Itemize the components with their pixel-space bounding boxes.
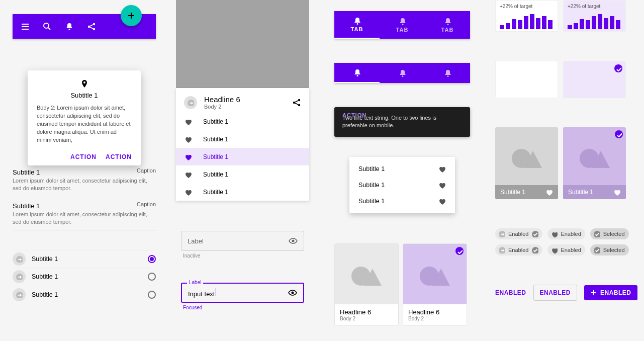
fab-add[interactable] [121,5,142,26]
bar-chart [568,12,621,29]
eye-icon[interactable] [288,288,297,297]
list-body: Lorem ipsum dolor sit amet, consectetur … [13,211,156,226]
tf-value: Input text [188,290,215,298]
check-icon [593,230,600,237]
eye-icon[interactable] [289,236,298,245]
heart-icon[interactable] [613,188,621,196]
heart-icon [184,118,192,126]
radio-button[interactable] [148,291,156,299]
outlined-button[interactable]: ENABLED [533,285,578,301]
heart-icon [184,135,192,143]
menu-label: Subtitle 1 [358,165,385,173]
share-icon[interactable] [292,98,301,107]
tab-bar-icons [334,63,470,83]
app-bar [13,14,156,39]
list-item-selected[interactable]: Subtitle 1 [176,148,309,165]
card-action-1[interactable]: ACTION [70,153,97,160]
list-label: Subtitle 1 [203,153,228,160]
card-body: Body 2 [340,316,393,321]
card-action-2[interactable]: ACTION [106,153,132,160]
stat-label: +22% of target [568,4,621,9]
bell-icon[interactable] [65,22,74,31]
radio-button[interactable] [148,273,156,281]
card-body: Body 2: Lorem ipsum dolor sit amet, cons… [37,104,132,144]
list-title: Subtitle 1 [13,202,156,210]
plus-icon [590,289,597,296]
snackbar: ACTION Two line text string. One to two … [334,107,470,137]
close-icon[interactable] [531,230,538,237]
tab[interactable] [425,63,470,83]
list-item[interactable]: Subtitle 1 [176,130,309,148]
chip-label: Enabled [561,247,581,253]
text-field-outlined[interactable]: Label Input text Focused [181,283,304,310]
tab[interactable] [334,63,380,83]
button-label: ENABLED [600,289,631,296]
check-icon [455,247,464,255]
menu-label: Subtitle 1 [358,182,385,189]
card-subtitle: Subtitle 1 [37,92,132,99]
radio-button[interactable] [148,255,156,263]
radio-row[interactable]: Subtitle 1 [13,286,156,304]
radio-label: Subtitle 1 [32,291,148,298]
menu-item[interactable]: Subtitle 1 [349,161,455,177]
heart-icon [184,170,192,179]
text-field-filled[interactable]: Label Inactive [181,231,304,259]
location-icon [37,79,132,89]
heart-icon [438,181,446,189]
image-tile[interactable]: Subtitle 1 [495,127,558,199]
heart-icon [184,153,192,161]
radio-row[interactable]: Subtitle 1 [13,268,156,286]
list-title: Subtitle 1 [13,168,156,176]
card-headline: Headline 6 [340,308,393,316]
bar-chart [500,12,554,29]
tf-label: Label [187,280,203,285]
radio-label: Subtitle 1 [32,273,148,280]
menu-item[interactable]: Subtitle 1 [349,177,455,193]
heart-icon[interactable] [545,188,553,196]
menu-item[interactable]: Subtitle 1 [349,193,455,209]
chip-label: Enabled [508,247,528,253]
chip-label: Enabled [561,231,581,237]
close-icon[interactable] [531,246,538,253]
heart-icon [438,165,446,173]
chip[interactable]: Enabled [495,228,542,239]
list-item[interactable]: Subtitle 1 [176,183,309,201]
blank-card[interactable] [495,61,558,98]
tf-helper: Inactive [183,253,304,259]
media-card[interactable]: Headline 6Body 2 [334,243,399,326]
media-card-selected[interactable]: Headline 6Body 2 [403,243,467,326]
check-icon [615,130,623,138]
contained-button[interactable]: ENABLED [584,285,637,300]
stat-card[interactable]: +22% of target [495,0,558,32]
blank-card-selected[interactable] [563,61,626,98]
tab[interactable]: TAB [425,11,470,39]
image-placeholder [176,0,309,88]
list-item[interactable]: Subtitle 1 [176,165,309,183]
menu-icon[interactable] [21,22,30,31]
avatar-icon [13,270,26,283]
tile-label: Subtitle 1 [568,189,593,196]
image-tile-selected[interactable]: Subtitle 1 [563,127,626,199]
share-icon[interactable] [87,22,96,31]
radio-row[interactable]: Subtitle 1 [13,250,156,268]
list-label: Subtitle 1 [203,189,228,196]
stat-card-selected[interactable]: +22% of target [563,0,626,32]
tab[interactable] [380,63,425,83]
tab[interactable]: TAB [380,11,425,39]
tf-label: Label [188,237,204,245]
list-label: Subtitle 1 [203,118,228,125]
chip[interactable]: Enabled [495,244,542,255]
tab[interactable]: TAB [334,11,380,39]
search-icon[interactable] [43,22,52,31]
avatar-icon [13,252,26,266]
heart-icon [550,246,558,253]
elevated-card: Subtitle 1 Body 2: Lorem ipsum dolor sit… [28,70,141,165]
text-button[interactable]: ENABLED [495,289,526,296]
radio-label: Subtitle 1 [32,255,148,263]
chip[interactable]: Enabled [547,244,585,255]
chip-selected[interactable]: Selected [590,228,629,239]
chip[interactable]: Enabled [547,228,585,239]
chip-selected[interactable]: Selected [590,244,629,255]
list-item[interactable]: Subtitle 1 [176,113,309,130]
snackbar-action[interactable]: ACTION [342,112,366,118]
